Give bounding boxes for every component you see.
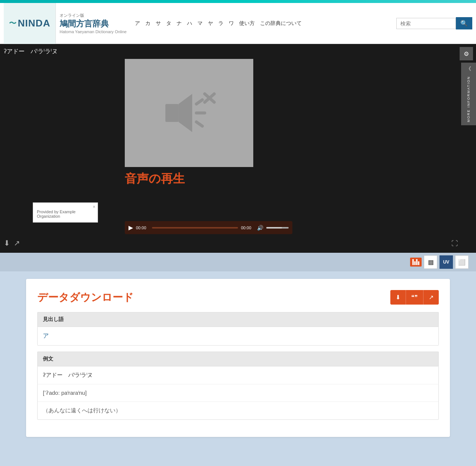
nav-item-ta[interactable]: タ: [165, 19, 172, 28]
svg-marker-1: [178, 94, 192, 132]
time-current: 00:00: [136, 226, 149, 230]
header: 〜 NINDA オンライン版 鳩間方言辞典 Hatoma Yaeyaman Di…: [0, 3, 476, 44]
media-thumbnail: [125, 59, 253, 167]
iiif-bar-3: [416, 259, 418, 265]
main-player-area: ⚙ 《 MORE INFORMATION ʔアドー パˡラˡラˡヌ: [0, 44, 476, 253]
more-info-arrow-icon: 《: [466, 66, 471, 72]
data-cite-button[interactable]: ❝❞: [406, 290, 423, 305]
entry-header: 見出し語: [37, 312, 439, 327]
logo-name: NINDA: [18, 18, 50, 29]
audio-play-text: 音声の再生: [125, 172, 185, 185]
play-button[interactable]: ▶: [128, 224, 133, 231]
example-section: 例文 ʔアドー パˡラˡラˡヌ [ˈʔado: paˡraraˡnu] （あんな…: [37, 352, 439, 420]
iiif-bar-2: [414, 261, 416, 265]
nav-item-sa[interactable]: サ: [155, 19, 162, 28]
icon-strip: ▤ UV ⬜: [0, 253, 476, 271]
speaker-icon: [159, 83, 219, 143]
example-body: ʔアドー パˡラˡラˡヌ [ˈʔado: paˡraraˡnu] （あんなに遠く…: [37, 366, 439, 420]
top-accent-bar: [0, 0, 476, 3]
nav-item-wa[interactable]: ワ: [228, 19, 235, 28]
example-phonetic-row: [ˈʔado: paˡraraˡnu]: [38, 384, 438, 402]
entry-body: ア: [37, 327, 439, 346]
nav-item-ya[interactable]: ヤ: [207, 19, 214, 28]
entry-section: 見出し語 ア: [37, 312, 439, 346]
example-text-row: ʔアドー パˡラˡラˡヌ: [38, 366, 438, 384]
audio-play-label: 音声の再生: [125, 171, 185, 187]
breadcrumb: ʔアドー パˡラˡラˡヌ: [4, 48, 58, 56]
logo-wave-icon: 〜: [9, 18, 16, 28]
site-logo[interactable]: 〜 NINDA: [4, 3, 56, 44]
example-text: ʔアドー パˡラˡラˡヌ: [43, 372, 93, 378]
bottom-controls: ⬇ ↗: [4, 239, 20, 248]
volume-fill: [266, 227, 282, 229]
example-translation: （あんなに遠くへは行けない）: [43, 407, 121, 413]
nav-item-ka[interactable]: カ: [145, 19, 151, 28]
entry-value: ア: [43, 333, 49, 339]
header-subtitle1: オンライン版: [60, 13, 127, 18]
iiif-icon: [412, 259, 419, 265]
svg-line-2: [196, 100, 202, 104]
uv-button[interactable]: UV: [439, 255, 453, 269]
more-info-label: MORE INFORMATION: [467, 76, 470, 122]
data-card-header: データダウンロード ⬇ ❝❞ ↗: [37, 290, 439, 305]
mute-icon: 🔊: [257, 225, 263, 231]
data-download-button[interactable]: ⬇: [390, 290, 406, 305]
plain-button[interactable]: ⬜: [455, 255, 469, 269]
search-icon: 🔍: [460, 20, 468, 26]
data-actions: ⬇ ❝❞ ↗: [390, 290, 439, 305]
mute-button[interactable]: 🔊: [257, 225, 263, 231]
media-area: [125, 59, 253, 167]
search-button[interactable]: 🔍: [456, 17, 472, 29]
progress-bar[interactable]: [152, 227, 238, 229]
share-button[interactable]: ↗: [14, 239, 20, 248]
nav-item-ra[interactable]: ラ: [218, 19, 224, 28]
iiif-button[interactable]: [410, 258, 422, 267]
svg-rect-0: [165, 104, 178, 122]
search-input[interactable]: [396, 18, 456, 29]
search-area: 🔍: [396, 17, 472, 29]
uv-label: UV: [443, 259, 450, 265]
volume-slider[interactable]: [266, 227, 289, 229]
nav-item-na[interactable]: ナ: [176, 19, 183, 28]
download-button[interactable]: ⬇: [4, 239, 10, 248]
data-download-title: データダウンロード: [37, 290, 134, 305]
manifest-icon: ▤: [428, 259, 434, 266]
data-cite-icon: ❝❞: [411, 294, 418, 300]
nav-item-about[interactable]: この辞典について: [259, 19, 302, 28]
data-download-icon: ⬇: [396, 294, 400, 300]
header-subtitle2: Hatoma Yaeyaman Dictionary Online: [60, 29, 127, 34]
example-translation-row: （あんなに遠くへは行けない）: [38, 402, 438, 419]
manifest-button[interactable]: ▤: [424, 255, 437, 269]
iiif-bar-4: [418, 261, 419, 265]
provided-by-text: Provided by Example Organization: [37, 210, 94, 218]
data-card: データダウンロード ⬇ ❝❞ ↗ 見出し語 ア 例文: [26, 279, 450, 437]
more-info-panel[interactable]: 《 MORE INFORMATION: [461, 63, 476, 125]
nav-item-how-to[interactable]: 使い方: [238, 19, 256, 28]
iiif-bar-1: [412, 259, 414, 265]
fullscreen-icon: ⛶: [451, 240, 458, 247]
audio-controls: ▶ 00:00 00:00 🔊: [125, 221, 292, 234]
main-nav: ア カ サ タ ナ ハ マ ヤ ラ ワ 使い方 この辞典について: [134, 19, 396, 28]
time-total: 00:00: [241, 226, 254, 230]
header-title-area: オンライン版 鳩間方言辞典 Hatoma Yaeyaman Dictionary…: [60, 13, 127, 34]
popup-close-button[interactable]: ×: [93, 204, 95, 210]
svg-line-4: [196, 122, 202, 126]
play-icon: ▶: [128, 224, 133, 231]
header-main-title: 鳩間方言辞典: [60, 18, 127, 29]
nav-item-a[interactable]: ア: [134, 19, 141, 28]
settings-button[interactable]: ⚙: [460, 47, 473, 60]
breadcrumb-text: ʔアドー パˡラˡラˡヌ: [4, 48, 58, 54]
data-share-button[interactable]: ↗: [423, 290, 439, 305]
settings-icon: ⚙: [464, 50, 469, 57]
example-header: 例文: [37, 352, 439, 366]
nav-item-ma[interactable]: マ: [197, 19, 203, 28]
logo-text: 〜 NINDA: [9, 18, 50, 29]
data-share-icon: ↗: [429, 294, 434, 300]
plain-icon: ⬜: [458, 259, 466, 266]
example-phonetic: [ˈʔado: paˡraraˡnu]: [43, 390, 87, 396]
data-section: データダウンロード ⬇ ❝❞ ↗ 見出し語 ア 例文: [0, 271, 476, 444]
provided-by-popup: × Provided by Example Organization: [33, 202, 98, 223]
fullscreen-button[interactable]: ⛶: [451, 240, 458, 248]
nav-item-ha[interactable]: ハ: [186, 19, 193, 28]
